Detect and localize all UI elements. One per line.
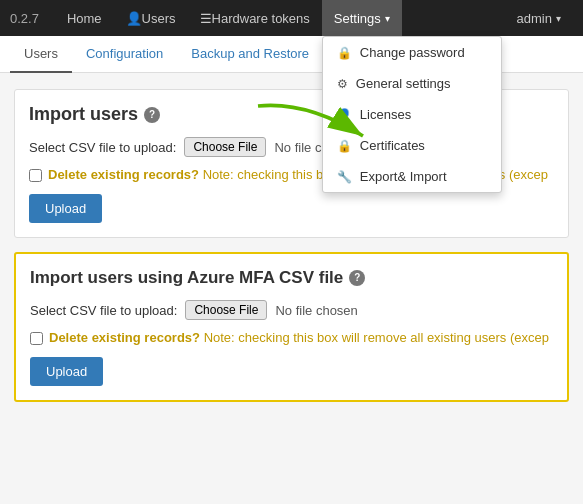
- file-label: Select CSV file to upload:: [29, 140, 176, 155]
- import-azure-title: Import users using Azure MFA CSV file ?: [30, 268, 553, 288]
- lock-icon: 🔒: [337, 46, 352, 60]
- azure-choose-file-button[interactable]: Choose File: [185, 300, 267, 320]
- user-icon: 👤: [337, 108, 352, 122]
- nav-admin[interactable]: admin ▾: [505, 0, 573, 36]
- dropdown-general-settings[interactable]: ⚙ General settings: [323, 68, 501, 99]
- nav-hardware-tokens[interactable]: ☰ Hardware tokens: [188, 0, 322, 36]
- user-icon: 👤: [126, 11, 142, 26]
- nav-home[interactable]: Home: [55, 0, 114, 36]
- navbar: 0.2.7 Home 👤 Users ☰ Hardware tokens Set…: [0, 0, 583, 36]
- tab-backup-restore[interactable]: Backup and Restore: [177, 36, 323, 73]
- dropdown-export-import[interactable]: 🔧 Export& Import: [323, 161, 501, 192]
- azure-file-upload-row: Select CSV file to upload: Choose File N…: [30, 300, 553, 320]
- import-azure-section: Import users using Azure MFA CSV file ? …: [14, 252, 569, 402]
- delete-records-label: Delete existing records?: [48, 167, 199, 182]
- azure-delete-records-row: Delete existing records? Note: checking …: [30, 330, 553, 345]
- dropdown-certificates[interactable]: 🔒 Certificates: [323, 130, 501, 161]
- brand-label: 0.2.7: [10, 11, 39, 26]
- settings-dropdown-wrapper: Settings ▾ 🔒 Change password ⚙ General s…: [322, 0, 402, 36]
- dropdown-change-password[interactable]: 🔒 Change password: [323, 37, 501, 68]
- azure-delete-records-note: Note: checking this box will remove all …: [204, 330, 549, 345]
- lock-icon: 🔒: [337, 139, 352, 153]
- azure-delete-records-checkbox[interactable]: [30, 332, 43, 345]
- help-icon[interactable]: ?: [144, 107, 160, 123]
- azure-upload-button[interactable]: Upload: [30, 357, 103, 386]
- delete-records-checkbox[interactable]: [29, 169, 42, 182]
- upload-button[interactable]: Upload: [29, 194, 102, 223]
- hardware-icon: ☰: [200, 11, 212, 26]
- nav-settings[interactable]: Settings ▾: [322, 0, 402, 36]
- tab-users[interactable]: Users: [10, 36, 72, 73]
- azure-delete-records-label: Delete existing records?: [49, 330, 200, 345]
- tab-configuration[interactable]: Configuration: [72, 36, 177, 73]
- dropdown-licenses[interactable]: 👤 Licenses: [323, 99, 501, 130]
- wrench-icon: 🔧: [337, 170, 352, 184]
- choose-file-button[interactable]: Choose File: [184, 137, 266, 157]
- azure-no-file-chosen-label: No file chosen: [275, 303, 357, 318]
- nav-users[interactable]: 👤 Users: [114, 0, 188, 36]
- settings-dropdown-menu: 🔒 Change password ⚙ General settings 👤 L…: [322, 36, 502, 193]
- gear-icon: ⚙: [337, 77, 348, 91]
- help-icon-azure[interactable]: ?: [349, 270, 365, 286]
- chevron-down-icon: ▾: [385, 13, 390, 24]
- azure-file-label: Select CSV file to upload:: [30, 303, 177, 318]
- chevron-down-icon: ▾: [556, 13, 561, 24]
